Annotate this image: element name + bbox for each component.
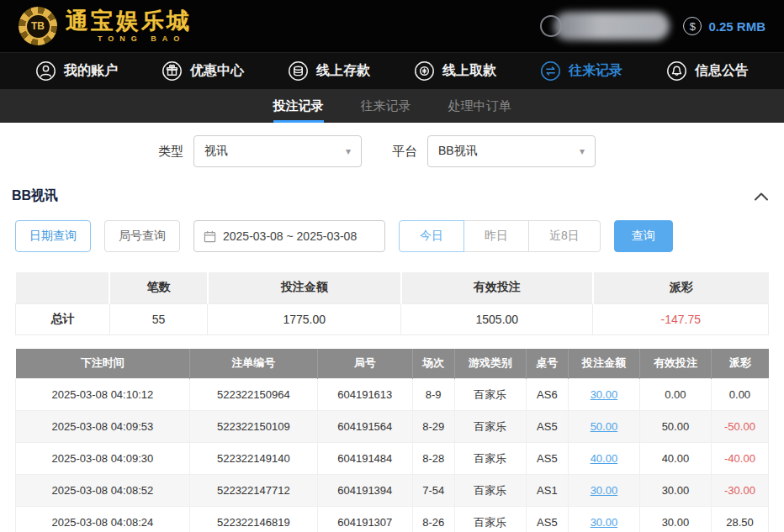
cell-bet-amount-link[interactable]: 40.00 [568,443,639,475]
cell-order-number: 522322147712 [189,475,317,507]
nav-label: 往来记录 [569,62,622,80]
table-row: 2025-03-08 04:08:52 522322147712 6041913… [16,475,769,507]
table-row: 2025-03-08 04:10:12 522322150964 6041916… [16,379,769,411]
transfer-arrows-icon [540,61,561,82]
cell-table-number: AS5 [526,443,568,475]
nav-label: 线上存款 [316,62,370,80]
logo-text: 通宝娱乐城 TONG BAO [66,9,192,43]
search-button[interactable]: 查询 [614,220,673,252]
cell-game-type: 百家乐 [454,379,526,411]
chevron-up-icon[interactable] [754,192,769,202]
yesterday-button[interactable]: 昨日 [464,220,529,252]
cell-bet-amount-link[interactable]: 30.00 [568,379,639,411]
logo-subtitle: TONG BAO [66,34,192,43]
cell-round-number: 604191564 [317,411,412,443]
nav-label: 线上取款 [442,62,496,80]
col-session: 场次 [412,349,454,379]
deposit-coins-icon [288,61,309,82]
nav-my-account[interactable]: 我的账户 [35,61,118,82]
nav-deposit[interactable]: 线上存款 [288,61,370,82]
round-query-button[interactable]: 局号查询 [104,220,180,252]
table-row: 2025-03-08 04:09:53 522322150109 6041915… [16,411,769,443]
cell-game-type: 百家乐 [454,443,526,475]
col-table-number: 桌号 [526,349,568,379]
quick-range-group: 今日 昨日 近8日 [399,220,601,252]
platform-label: 平台 [392,144,417,160]
cell-session: 7-54 [412,475,454,507]
bet-records-table: 下注时间 注单编号 局号 场次 游戏类别 桌号 投注金额 有效投注 派彩 202… [15,349,769,532]
summary-valid-bet-value: 1505.00 [401,303,593,334]
logo-title: 通宝娱乐城 [66,9,192,33]
cell-bet-time: 2025-03-08 04:09:30 [16,443,190,475]
cell-game-type: 百家乐 [454,507,526,532]
today-button[interactable]: 今日 [399,220,464,252]
cell-bet-time: 2025-03-08 04:09:53 [16,411,190,443]
col-bet-amount: 投注金额 [568,349,639,379]
cell-order-number: 522322150109 [189,411,317,443]
chevron-down-icon: ▾ [580,145,585,157]
date-range-input[interactable]: 2025-03-08 ~ 2025-03-08 [193,220,385,252]
cell-session: 8-26 [412,507,454,532]
nav-announcements[interactable]: 信息公告 [666,61,749,82]
nav-label: 我的账户 [64,62,118,80]
balance-amount: 0.25 RMB [708,19,765,34]
cell-valid-bet: 40.00 [639,443,711,475]
platform-select-value: BB视讯 [438,144,478,159]
cell-round-number: 604191307 [317,507,412,532]
query-toolbar: 日期查询 局号查询 2025-03-08 ~ 2025-03-08 今日 昨日 … [0,205,784,252]
main-nav: 我的账户 优惠中心 线上存款 线上取款 往来记录 信息公告 [0,52,784,89]
cell-session: 8-28 [412,443,454,475]
bet-table-header-row: 下注时间 注单编号 局号 场次 游戏类别 桌号 投注金额 有效投注 派彩 [16,349,769,379]
type-select[interactable]: 视讯 ▾ [193,135,362,167]
cell-valid-bet: 0.00 [639,379,711,411]
bell-icon [666,61,687,82]
tab-pending-orders[interactable]: 处理中订单 [448,89,511,123]
header-right: $ 0.25 RMB [540,0,765,52]
nav-promotions[interactable]: 优惠中心 [162,61,244,82]
section-header: BB视讯 [0,176,784,205]
cell-payout: 0.00 [711,379,768,411]
cell-valid-bet: 50.00 [639,411,711,443]
cell-table-number: AS5 [526,411,568,443]
cell-bet-time: 2025-03-08 04:08:24 [16,507,190,532]
user-icon [35,61,56,82]
sub-nav: 投注记录 往来记录 处理中订单 [0,89,784,123]
tab-bet-records[interactable]: 投注记录 [273,89,324,123]
summary-total-row: 总计 55 1775.00 1505.00 -147.75 [16,303,769,334]
cell-bet-amount-link[interactable]: 30.00 [568,507,639,532]
nav-withdraw[interactable]: 线上取款 [414,61,496,82]
bet-table-body: 2025-03-08 04:10:12 522322150964 6041916… [16,379,769,532]
balance[interactable]: $ 0.25 RMB [683,17,765,35]
summary-header-payout: 派彩 [593,272,769,303]
cell-order-number: 522322146819 [189,507,317,532]
cell-round-number: 604191484 [317,443,412,475]
withdraw-coin-icon [414,61,435,82]
cell-table-number: AS5 [526,507,568,532]
casino-chip-icon: TB [19,7,57,45]
tab-transaction-records[interactable]: 往来记录 [361,89,411,123]
summary-header-bet-amount: 投注金额 [208,272,401,303]
cell-game-type: 百家乐 [454,475,526,507]
cell-bet-amount-link[interactable]: 30.00 [568,475,639,507]
cell-payout: -40.00 [711,443,768,475]
cell-bet-time: 2025-03-08 04:10:12 [16,379,190,411]
redacted-user-info [540,12,670,40]
summary-header-count: 笔数 [109,272,207,303]
platform-select[interactable]: BB视讯 ▾ [427,135,596,167]
type-label: 类型 [158,144,183,160]
date-query-button[interactable]: 日期查询 [15,220,91,252]
summary-payout-value: -147.75 [593,303,769,334]
cell-session: 8-9 [412,379,454,411]
summary-total-label: 总计 [16,303,110,334]
summary-header-valid-bet: 有效投注 [401,272,593,303]
nav-transaction-records[interactable]: 往来记录 [540,61,622,82]
summary-header-blank [16,272,110,303]
cell-payout: 28.50 [711,507,768,532]
summary-header-row: 笔数 投注金额 有效投注 派彩 [16,272,769,303]
summary-table: 笔数 投注金额 有效投注 派彩 总计 55 1775.00 1505.00 -1… [15,272,769,335]
col-payout: 派彩 [711,349,768,379]
logo[interactable]: TB 通宝娱乐城 TONG BAO [19,7,192,45]
last-8-days-button[interactable]: 近8日 [528,220,601,252]
cell-bet-amount-link[interactable]: 50.00 [568,411,639,443]
summary-count-value: 55 [109,303,207,334]
